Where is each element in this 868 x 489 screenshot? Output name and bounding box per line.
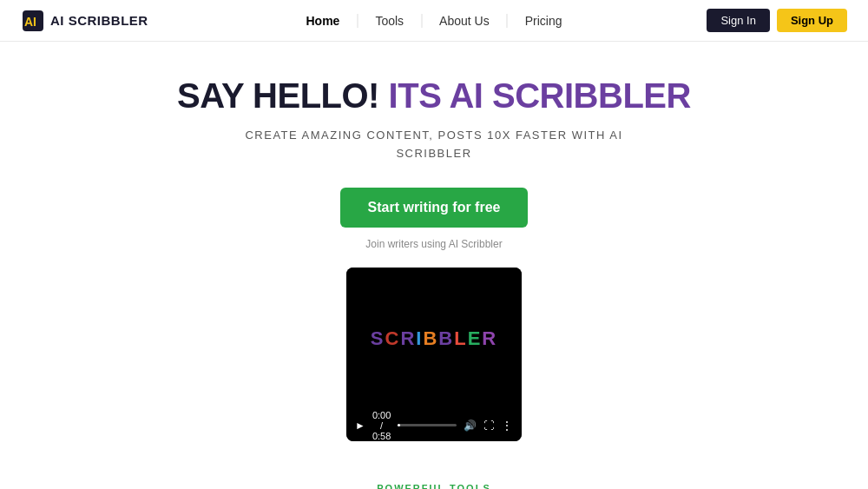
tools-section: POWERFUL TOOLS Turn On, Tune In, Drop Ou… [0, 459, 868, 489]
hero-section: SAY HELLO! ITS AI SCRIBBLER CREATE AMAZI… [0, 42, 868, 459]
signup-button[interactable]: Sign Up [777, 9, 847, 32]
hero-sub-text: Join writers using AI Scribbler [365, 238, 502, 250]
logo-icon: AI [21, 9, 45, 33]
navbar-actions: Sign In Sign Up [707, 9, 847, 32]
hero-subtitle-line2: SCRIBBLER [396, 147, 471, 160]
more-button[interactable]: ⋮ [501, 419, 513, 433]
logo: AI AI SCRIBBLER [21, 9, 148, 33]
navbar-links: Home Tools About Us Pricing [289, 14, 580, 28]
video-logo: SCRIBBLER [371, 327, 497, 350]
nav-tools[interactable]: Tools [358, 14, 422, 28]
cta-button[interactable]: Start writing for free [340, 188, 529, 228]
play-button[interactable]: ► [355, 420, 365, 432]
hero-title-purple: ITS AI SCRIBBLER [389, 76, 691, 115]
hero-title-black: SAY HELLO! [177, 76, 379, 115]
logo-text: AI SCRIBBLER [50, 13, 148, 28]
hero-subtitle: CREATE AMAZING CONTENT, POSTS 10X FASTER… [245, 127, 622, 163]
nav-pricing[interactable]: Pricing [508, 14, 580, 28]
video-time: 0:00 / 0:58 [372, 410, 391, 441]
nav-home[interactable]: Home [289, 14, 358, 28]
navbar: AI AI SCRIBBLER Home Tools About Us Pric… [0, 0, 868, 42]
nav-about[interactable]: About Us [422, 14, 508, 28]
video-content: SCRIBBLER [346, 268, 522, 410]
signin-button[interactable]: Sign In [707, 9, 769, 32]
progress-bar[interactable] [398, 424, 457, 426]
hero-subtitle-line1: CREATE AMAZING CONTENT, POSTS 10X FASTER… [245, 129, 622, 142]
volume-button[interactable]: 🔊 [464, 420, 477, 432]
video-controls: ► 0:00 / 0:58 🔊 ⛶ ⋮ [346, 410, 522, 441]
section-label: POWERFUL TOOLS [17, 483, 851, 489]
video-player[interactable]: SCRIBBLER ► 0:00 / 0:58 🔊 ⛶ ⋮ [346, 268, 522, 441]
hero-title: SAY HELLO! ITS AI SCRIBBLER [177, 76, 691, 115]
svg-text:AI: AI [24, 15, 36, 29]
fullscreen-button[interactable]: ⛶ [483, 420, 494, 432]
progress-fill [398, 424, 400, 426]
